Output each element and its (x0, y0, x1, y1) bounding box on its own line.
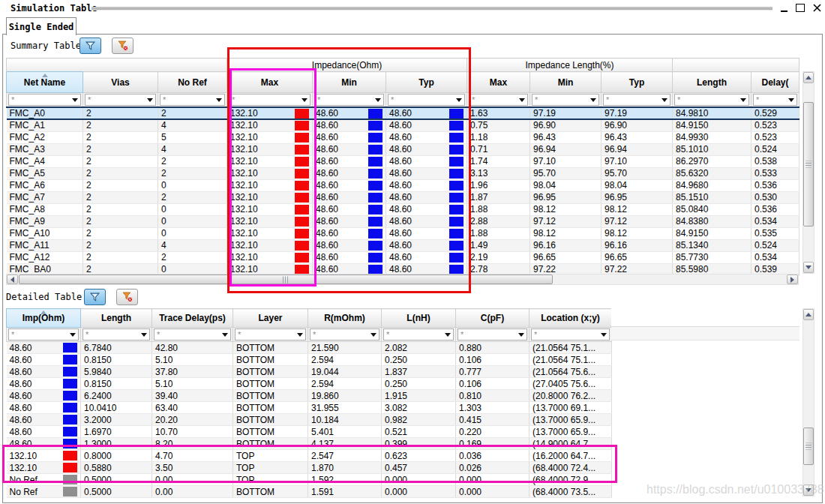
column-header-layer[interactable]: Layer (233, 309, 308, 328)
detailed-row[interactable]: 48.600.81505.10BOTTOM2.5940.2500.106(21.… (7, 354, 612, 366)
summary-row-FMC_A0[interactable]: FMC_A022132.1048.6048.601.6397.1997.1984… (7, 107, 800, 119)
tab-single-ended[interactable]: Single Ended (6, 17, 76, 35)
column-header-imp-min[interactable]: Min (313, 72, 386, 93)
cell-value: 48.60 (316, 156, 338, 166)
detailed-row[interactable]: 48.606.240039.40BOTTOM19.8601.9150.810(2… (7, 390, 612, 402)
filter-dropdown[interactable]: * (314, 94, 384, 106)
scroll-up-button[interactable] (803, 309, 814, 320)
summary-row-FMC_A3[interactable]: FMC_A324132.1048.6048.600.7196.9496.9485… (7, 143, 800, 155)
cell-value: 132.10 (230, 144, 258, 154)
summary-row-FMC_A10[interactable]: FMC_A1020132.1048.6048.601.8898.1298.128… (7, 227, 800, 239)
cell-content: 132.10 (230, 228, 309, 239)
filter-dropdown[interactable]: * (160, 94, 225, 106)
detailed-row[interactable]: No Ref0.50000.00BOTTOM1.5910.0000.000(68… (7, 486, 612, 498)
column-header-l-nh[interactable]: L(nH) (382, 309, 456, 328)
value-with-bar-cell: 48.60 (7, 366, 81, 378)
filter-dropdown[interactable]: * (388, 94, 465, 106)
detailed-row[interactable]: 132.100.58803.50TOP1.8700.4570.026(68.40… (7, 462, 612, 474)
scroll-left-button[interactable] (7, 274, 18, 284)
detailed-row[interactable]: 48.6010.041063.40BOTTOM31.9553.0821.303(… (7, 402, 612, 414)
filter-placeholder: * (317, 96, 320, 104)
column-header-no-ref[interactable]: No Ref (158, 72, 227, 93)
column-header-net-name[interactable]: Net Name (7, 72, 83, 93)
detailed-row[interactable]: 48.606.784042.80BOTTOM21.5902.0820.880(2… (7, 342, 612, 354)
column-header-delay[interactable]: Delay( (752, 72, 800, 93)
column-header-imp-ohm[interactable]: Imp(Ohm) (7, 309, 81, 328)
summary-row-FMC_A6[interactable]: FMC_A620132.1048.6048.601.9698.0498.0484… (7, 179, 800, 191)
vscrollbar-thumb[interactable] (803, 102, 814, 226)
column-header-implen-max[interactable]: Max (467, 72, 530, 93)
summary-row-FMC_A5[interactable]: FMC_A522132.1048.6048.603.1395.7095.7085… (7, 167, 800, 179)
detailed-row[interactable]: 48.601.697010.70BOTTOM5.4010.5210.220(13… (7, 426, 612, 438)
scroll-down-button[interactable] (803, 262, 814, 273)
summary-cell: 0.536 (752, 179, 800, 191)
summary-vscrollbar[interactable] (802, 71, 814, 274)
column-header-r-mohm[interactable]: R(mOhm) (308, 309, 382, 328)
column-header-implen-min[interactable]: Min (530, 72, 602, 93)
summary-row-FMC_A11[interactable]: FMC_A1124132.1048.6048.601.4996.1696.168… (7, 239, 800, 251)
summary-filter-button[interactable] (80, 38, 101, 54)
value-with-bar-cell: 48.60 (313, 227, 386, 239)
minimize-button[interactable] (777, 2, 790, 14)
summary-hscrollbar[interactable] (6, 274, 799, 285)
maximize-button[interactable] (794, 2, 807, 14)
cell-content: 48.60 (316, 204, 382, 215)
filter-placeholder: * (313, 331, 316, 338)
detailed-row[interactable]: 48.603.200020.20BOTTOM10.1840.9820.415(1… (7, 414, 612, 426)
filter-dropdown[interactable]: * (229, 94, 310, 106)
scroll-up-button[interactable] (803, 72, 814, 83)
filter-dropdown[interactable]: * (674, 94, 749, 106)
summary-row-FMC_A7[interactable]: FMC_A722132.1048.6048.601.8796.9596.9585… (7, 191, 800, 203)
thumb-grip-icon (806, 161, 812, 168)
summary-row-FMC_A12[interactable]: FMC_A1222132.1048.6048.602.1996.6596.658… (7, 251, 800, 263)
detailed-row[interactable]: No Ref0.50000.00TOP1.5920.0000.000(68.40… (7, 474, 612, 486)
detailed-clear-filter-button[interactable] (116, 289, 138, 305)
filter-cell: * (7, 93, 83, 108)
filter-dropdown[interactable]: * (469, 94, 528, 106)
vscrollbar-thumb[interactable] (803, 428, 814, 465)
filter-dropdown[interactable]: * (154, 328, 231, 340)
close-button[interactable] (810, 2, 824, 14)
scroll-down-button[interactable] (803, 484, 814, 496)
detailed-filter-button[interactable] (84, 289, 106, 305)
filter-dropdown[interactable]: * (603, 94, 670, 106)
column-header-trace-delay[interactable]: Trace Delay(ps) (152, 309, 233, 328)
column-header-length[interactable]: Length (81, 309, 152, 328)
detailed-row[interactable]: 48.605.984037.80BOTTOM19.0441.8370.777(2… (7, 366, 612, 378)
column-header-implen-typ[interactable]: Typ (602, 72, 673, 93)
detailed-cell: 0.169 (456, 438, 530, 450)
filter-dropdown[interactable]: * (8, 328, 79, 340)
detailed-vscrollbar[interactable] (802, 308, 814, 496)
filter-dropdown[interactable]: * (235, 328, 306, 340)
column-header-c-pf[interactable]: C(pF) (456, 309, 530, 328)
column-header-imp-typ[interactable]: Typ (386, 72, 467, 93)
filter-dropdown[interactable]: * (82, 328, 150, 340)
detailed-row[interactable]: 132.100.80004.70TOP2.5470.6230.036(16.20… (7, 450, 612, 462)
detailed-row[interactable]: 48.601.30008.20BOTTOM4.1370.3990.169(14.… (7, 438, 612, 450)
cell-value: 132.10 (230, 228, 258, 238)
filter-dropdown[interactable]: * (85, 94, 156, 106)
filter-dropdown[interactable]: * (753, 94, 797, 106)
value-with-bar-cell: 132.10 (7, 462, 81, 474)
summary-row-FMC_A2[interactable]: FMC_A225132.1048.6048.601.1896.4396.4384… (7, 131, 800, 143)
filter-dropdown[interactable]: * (531, 328, 610, 340)
detailed-row[interactable]: 48.600.81505.10BOTTOM2.5940.2500.106(27.… (7, 378, 612, 390)
summary-row-FMC_A4[interactable]: FMC_A422132.1048.6048.601.7497.1097.1086… (7, 155, 800, 167)
summary-row-FMC_A9[interactable]: FMC_A920132.1048.6048.602.8897.1297.1284… (7, 215, 800, 227)
summary-cell: 84.9810 (673, 107, 752, 119)
column-header-location[interactable]: Location (x;y) (530, 309, 612, 328)
hscrollbar-thumb[interactable] (19, 274, 553, 284)
filter-dropdown[interactable]: * (458, 328, 527, 340)
scroll-right-button[interactable] (787, 274, 798, 284)
filter-dropdown[interactable]: * (8, 94, 81, 106)
summary-row-FMC_A8[interactable]: FMC_A820132.1048.6048.601.8898.1298.1285… (7, 203, 800, 215)
filter-dropdown[interactable]: * (310, 328, 380, 340)
filter-dropdown[interactable]: * (383, 328, 454, 340)
summary-row-FMC_A1[interactable]: FMC_A124132.1048.6048.600.7596.9096.9084… (7, 119, 800, 131)
filter-dropdown[interactable]: * (532, 94, 599, 106)
column-header-imp-max[interactable]: Max (227, 72, 313, 93)
column-header-length[interactable]: Length (673, 72, 752, 93)
summary-clear-filter-button[interactable] (112, 38, 134, 54)
column-header-vias[interactable]: Vias (83, 72, 158, 93)
detailed-cell: 10.184 (308, 414, 382, 426)
